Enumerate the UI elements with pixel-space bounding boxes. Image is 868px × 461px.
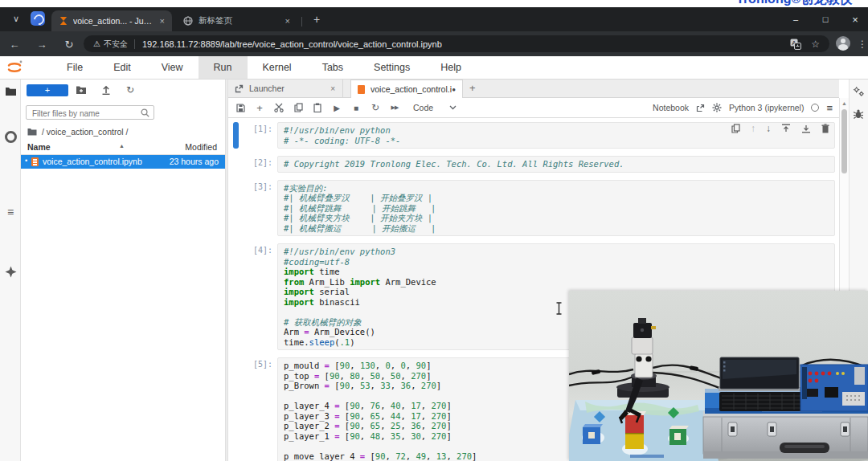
- paste-icon: [313, 103, 321, 112]
- refresh-button[interactable]: ↻: [126, 85, 134, 95]
- menu-item-view[interactable]: View: [146, 56, 199, 79]
- save-icon: [236, 104, 245, 112]
- sidebar-tab-extensions[interactable]: [0, 266, 21, 278]
- window-minimize-button[interactable]: –: [784, 7, 808, 31]
- notebook-cell: [2]:# Copyright 2019 Tronlong Elec. Tech…: [233, 156, 839, 173]
- reload-button[interactable]: ↻: [61, 36, 77, 52]
- new-tab-button[interactable]: +: [309, 12, 324, 27]
- run-cell-button[interactable]: ▶: [331, 104, 342, 112]
- browser-extension-icon[interactable]: [31, 11, 45, 26]
- file-filter-input[interactable]: [31, 107, 138, 120]
- cell-prompt: [3]:: [240, 180, 277, 237]
- kernel-settings-gear-icon[interactable]: [712, 103, 722, 112]
- external-link-icon[interactable]: [696, 104, 705, 112]
- file-row-selected[interactable]: • voice_action_control.ipynb 23 hours ag…: [21, 155, 225, 169]
- upload-button[interactable]: [101, 85, 111, 95]
- search-icon: [141, 108, 149, 117]
- restart-kernel-button[interactable]: ↻: [370, 102, 381, 113]
- cell-input[interactable]: #实验目的:#| 机械臂叠罗汉 | 开始叠罗汉 |#| 机械臂跳舞 | 开始跳舞…: [277, 180, 835, 237]
- video-overlay-robot-arm-demo[interactable]: [569, 291, 868, 461]
- browser-tab-jupyterlab[interactable]: voice_action... - JupyterLab ×: [51, 10, 172, 31]
- scrollbar-thumb[interactable]: [841, 109, 847, 173]
- sidebar-tab-debugger[interactable]: [853, 108, 864, 120]
- back-button[interactable]: ←: [6, 36, 23, 52]
- dock-tab-notebook[interactable]: voice_action_control.ipynb ●: [350, 80, 463, 98]
- breadcrumb-path: / voice_action_control /: [42, 127, 128, 137]
- bookmark-star-icon[interactable]: ☆: [811, 39, 820, 50]
- security-label[interactable]: 不安全: [104, 39, 128, 50]
- sort-ascending-icon[interactable]: ▲: [119, 143, 125, 149]
- new-launcher-button[interactable]: +: [27, 84, 68, 96]
- modified-column-header[interactable]: Modified: [185, 142, 217, 152]
- menu-item-tabs[interactable]: Tabs: [307, 56, 358, 79]
- sidebar-tab-toc[interactable]: ≡: [0, 208, 21, 216]
- kernel-status-icon[interactable]: [811, 104, 819, 112]
- omnibox-divider: [134, 39, 135, 49]
- cell-collapser[interactable]: [233, 180, 239, 237]
- url-text[interactable]: 192.168.11.72:8889/lab/tree/voice_action…: [142, 39, 442, 49]
- forward-button[interactable]: →: [34, 36, 50, 52]
- close-icon[interactable]: ×: [330, 84, 335, 93]
- browser-tab-newtab[interactable]: 新标签页 ×: [175, 10, 297, 31]
- window-maximize-button[interactable]: □: [813, 7, 837, 31]
- translate-icon[interactable]: A: [790, 39, 801, 50]
- hamburger-icon[interactable]: ≡: [826, 102, 833, 114]
- new-dock-tab-button[interactable]: +: [469, 82, 476, 94]
- home-folder-icon: [27, 128, 37, 136]
- bug-icon: [853, 108, 864, 120]
- move-cell-down-icon[interactable]: ↓: [766, 123, 771, 134]
- cell-type-select[interactable]: Code: [413, 103, 433, 112]
- blue-cube: [583, 424, 603, 444]
- sidebar-tab-property-inspector[interactable]: [853, 86, 865, 97]
- cell-collapser[interactable]: [233, 156, 239, 173]
- kernel-name[interactable]: Python 3 (ipykernel): [729, 103, 804, 112]
- interrupt-kernel-button[interactable]: ■: [350, 104, 362, 112]
- file-filter-box[interactable]: [26, 105, 154, 120]
- tab-title: voice_action... - JupyterLab: [73, 16, 155, 26]
- cell-collapser[interactable]: [233, 243, 239, 350]
- new-folder-button[interactable]: [76, 85, 87, 95]
- close-icon[interactable]: ×: [160, 16, 165, 26]
- close-icon[interactable]: ×: [285, 16, 290, 26]
- running-kernel-dot: •: [25, 157, 27, 165]
- cell-input[interactable]: # Copyright 2019 Tronlong Elec. Tech. Co…: [277, 156, 835, 173]
- save-button[interactable]: [235, 104, 246, 112]
- sidebar-tab-filebrowser[interactable]: [0, 86, 21, 96]
- pcb-board: [800, 365, 868, 411]
- insert-cell-below-icon[interactable]: [801, 124, 811, 133]
- file-browser-panel: + ↻: [21, 80, 225, 461]
- copy-cells-button[interactable]: [293, 103, 304, 112]
- cell-collapser[interactable]: [233, 122, 239, 149]
- name-column-header[interactable]: Name: [27, 142, 51, 152]
- url-bar[interactable]: ⚠ 不安全 192.168.11.72:8889/lab/tree/voice_…: [84, 35, 829, 52]
- breadcrumb[interactable]: / voice_action_control /: [27, 126, 128, 137]
- menu-item-settings[interactable]: Settings: [358, 56, 425, 79]
- menu-item-edit[interactable]: Edit: [98, 56, 146, 79]
- menu-item-run[interactable]: Run: [199, 56, 248, 79]
- restart-run-all-button[interactable]: ▶▶: [389, 104, 400, 111]
- sidebar-tab-running[interactable]: [0, 131, 21, 143]
- dev-board-deck: [705, 357, 868, 414]
- window-close-button[interactable]: ×: [843, 7, 867, 31]
- menu-item-help[interactable]: Help: [425, 56, 477, 79]
- cell-collapser[interactable]: [233, 357, 239, 461]
- dock-tab-title: voice_action_control.ipynb: [371, 84, 452, 94]
- profile-avatar[interactable]: [836, 36, 850, 51]
- menu-item-file[interactable]: File: [51, 56, 98, 79]
- browser-menu-button[interactable]: ⋮: [857, 36, 868, 52]
- paste-cells-button[interactable]: [312, 103, 323, 112]
- cell-type-caret[interactable]: [449, 105, 457, 110]
- menu-item-kernel[interactable]: Kernel: [248, 56, 307, 79]
- insert-cell-above-icon[interactable]: [781, 124, 791, 133]
- scroll-up-arrow[interactable]: ▲: [840, 100, 849, 106]
- tab-search-button[interactable]: ∨: [10, 12, 23, 25]
- move-cell-up-icon[interactable]: ↑: [751, 123, 755, 134]
- delete-cell-icon[interactable]: [821, 124, 829, 133]
- dock-tab-launcher[interactable]: Launcher ×: [228, 80, 343, 97]
- chevron-down-icon: [449, 105, 457, 110]
- desktop-strip: Tronlong®创龙教仪: [0, 0, 868, 7]
- insert-cell-button[interactable]: +: [254, 102, 265, 114]
- cut-cells-button[interactable]: [273, 103, 285, 112]
- dock-tabbar: Launcher × voice_action_control.ipynb ● …: [228, 80, 839, 98]
- duplicate-cell-icon[interactable]: [731, 124, 740, 133]
